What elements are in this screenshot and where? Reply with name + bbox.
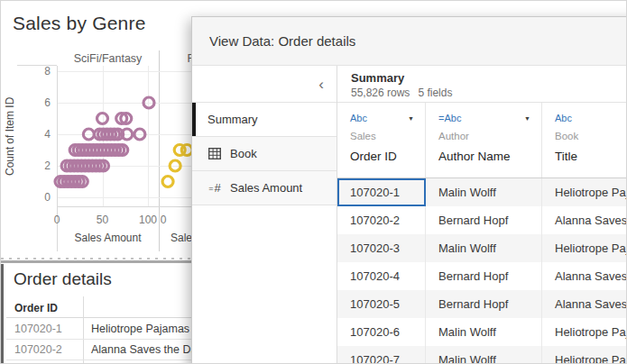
table-cell[interactable]: Heliotrope Pajamas bbox=[542, 234, 627, 262]
tab-label: Book bbox=[230, 147, 257, 160]
table-row: 107020-7Malin WolffHeliotrope Pajamas bbox=[337, 346, 627, 364]
tab-label: Sales Amount bbox=[230, 181, 302, 195]
scatter-point[interactable] bbox=[134, 129, 145, 140]
sidebar-tab-sales-amount[interactable]: =#Sales Amount bbox=[192, 171, 337, 205]
column-header-order-id: Abc▼SalesOrder ID bbox=[337, 103, 426, 177]
order-details-title: Order details bbox=[14, 269, 112, 289]
table-cell[interactable]: Heliotrope Pajamas bbox=[542, 318, 627, 346]
row-count: 55,826 rows bbox=[351, 86, 410, 99]
summary-meta: 55,826 rows5 fields bbox=[351, 86, 627, 99]
field-name[interactable]: Title bbox=[555, 150, 627, 163]
book-title-cell[interactable]: Heliotrope Pajamas bbox=[83, 323, 189, 335]
table-cell[interactable]: Bernard Hopf bbox=[426, 262, 542, 290]
tab-label: Summary bbox=[207, 113, 258, 126]
table-cell[interactable]: 107020-3 bbox=[337, 234, 426, 262]
table-cell[interactable]: 107020-6 bbox=[337, 318, 426, 346]
table-cell[interactable]: 107020-5 bbox=[337, 290, 426, 318]
scatter-point[interactable] bbox=[162, 177, 173, 187]
table-row: 107020-3Malin WolffHeliotrope Pajamas bbox=[337, 234, 627, 262]
scatter-point[interactable] bbox=[143, 97, 154, 108]
x-axis-title-panel1: Sales Amount bbox=[57, 232, 159, 244]
sidebar-tab-book[interactable]: Book bbox=[192, 137, 337, 171]
book-title-cell[interactable]: Alanna Saves the Day bbox=[83, 343, 203, 356]
sidebar-top-strip: ‹ bbox=[192, 66, 337, 103]
summary-header: Summary 55,826 rows5 fields bbox=[337, 66, 627, 103]
table-cell[interactable]: Heliotrope Pajamas bbox=[542, 346, 627, 364]
field-count: 5 fields bbox=[418, 86, 452, 99]
order-id-column-header: Order ID bbox=[14, 302, 58, 314]
collapse-sidebar-icon[interactable]: ‹ bbox=[318, 77, 324, 92]
selected-tab-indicator bbox=[192, 103, 196, 136]
column-header-author-name: =Abc▼AuthorAuthor Name bbox=[426, 103, 542, 177]
scatter-point[interactable] bbox=[83, 129, 94, 140]
field-source: Book bbox=[555, 131, 627, 141]
dialog-sidebar: ‹ SummaryBook=#Sales Amount bbox=[192, 66, 337, 364]
field-type-icon: Abc bbox=[555, 113, 572, 123]
table-cell[interactable]: Alanna Saves the Day bbox=[542, 290, 627, 318]
table-cell[interactable]: 107020-4 bbox=[337, 262, 426, 290]
sidebar-tabs: SummaryBook=#Sales Amount bbox=[192, 103, 337, 205]
sidebar-tab-summary[interactable]: Summary bbox=[192, 103, 337, 137]
data-table-header: Abc▼SalesOrder ID=Abc▼AuthorAuthor NameA… bbox=[337, 103, 627, 178]
field-type-icon: Abc bbox=[350, 113, 367, 123]
table-cell[interactable]: Bernard Hopf bbox=[426, 206, 542, 234]
dialog-title: View Data: Order details bbox=[209, 33, 355, 49]
table-row: 107020-6Malin WolffHeliotrope Pajamas bbox=[337, 318, 627, 346]
table-cell[interactable]: Bernard Hopf bbox=[426, 290, 542, 318]
column-header-title: Abc▼BookTitle bbox=[542, 103, 627, 177]
field-type-icon: =Abc bbox=[438, 113, 461, 123]
table-cell[interactable]: Malin Wolff bbox=[426, 346, 542, 364]
table-row: 107020-5Bernard HopfAlanna Saves the Day bbox=[337, 290, 627, 318]
table-row: 107020-4Bernard HopfAlanna Saves the Day bbox=[337, 262, 627, 290]
table-row: 107020-1Malin WolffHeliotrope Pajamas bbox=[337, 178, 627, 206]
table-cell[interactable]: 107020-2 bbox=[337, 206, 426, 234]
table-cell[interactable]: Malin Wolff bbox=[426, 318, 542, 346]
summary-title: Summary bbox=[351, 71, 627, 85]
table-cell[interactable]: Alanna Saves the Day bbox=[542, 206, 627, 234]
data-table-rows: 107020-1Malin WolffHeliotrope Pajamas107… bbox=[337, 178, 627, 364]
field-source: Author bbox=[438, 131, 530, 141]
dashboard: Sales by Genre SciFi/Fantasy Fiction Cou… bbox=[0, 0, 627, 364]
column-menu-caret-icon[interactable]: ▼ bbox=[408, 115, 414, 122]
dialog-main: Summary 55,826 rows5 fields Abc▼SalesOrd… bbox=[337, 66, 627, 364]
table-cell[interactable]: Malin Wolff bbox=[426, 234, 542, 262]
table-row: 107020-2Bernard HopfAlanna Saves the Day bbox=[337, 206, 627, 234]
table-icon bbox=[207, 148, 222, 159]
table-cell[interactable]: Alanna Saves the Day bbox=[542, 262, 627, 290]
table-cell[interactable]: Malin Wolff bbox=[426, 178, 542, 206]
scatter-point[interactable] bbox=[170, 160, 180, 171]
view-data-dialog: View Data: Order details ‹ SummaryBook=#… bbox=[191, 16, 627, 364]
order-id-cell[interactable]: 107020-2 bbox=[6, 343, 83, 356]
field-name[interactable]: Author Name bbox=[438, 150, 530, 163]
table-cell[interactable]: 107020-1 bbox=[337, 178, 426, 206]
field-source: Sales bbox=[350, 131, 414, 141]
table-cell[interactable]: 107020-7 bbox=[337, 346, 426, 364]
table-cell[interactable]: Heliotrope Pajamas bbox=[542, 178, 627, 206]
column-menu-caret-icon[interactable]: ▼ bbox=[524, 115, 530, 122]
order-id-cell[interactable]: 107020-1 bbox=[6, 323, 83, 335]
field-name[interactable]: Order ID bbox=[350, 150, 414, 163]
number-calc-icon: =# bbox=[207, 181, 222, 195]
scatter-point[interactable] bbox=[97, 114, 108, 124]
dialog-titlebar: View Data: Order details bbox=[192, 17, 627, 66]
